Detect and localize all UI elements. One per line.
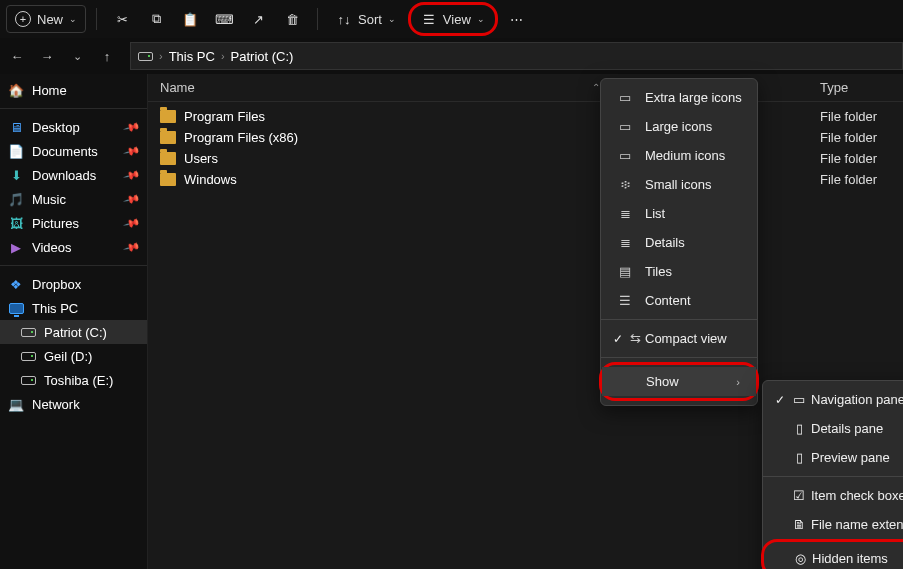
sidebar-item-label: Downloads: [32, 168, 96, 183]
paste-button[interactable]: 📋: [175, 6, 205, 32]
separator: [601, 357, 757, 358]
breadcrumb[interactable]: › This PC › Patriot (C:): [130, 42, 903, 70]
column-header-name[interactable]: Name ⌃: [160, 80, 600, 95]
copy-button[interactable]: ⧉: [141, 6, 171, 32]
cut-button[interactable]: ✂: [107, 6, 137, 32]
copy-icon: ⧉: [148, 11, 164, 27]
sidebar-drive[interactable]: Geil (D:): [0, 344, 147, 368]
layout-icon: ▭: [617, 148, 633, 163]
pin-icon: 📌: [123, 214, 142, 232]
breadcrumb-item[interactable]: This PC: [169, 49, 215, 64]
view-menu-item[interactable]: ≣List: [601, 199, 757, 228]
sidebar-this-pc[interactable]: This PC: [0, 296, 147, 320]
sidebar-home[interactable]: 🏠 Home: [0, 78, 147, 102]
file-list: Name ⌃ te modified Type Program Files9/2…: [148, 74, 903, 569]
rename-button[interactable]: ⌨: [209, 6, 239, 32]
sidebar-item-desktop[interactable]: 🖥Desktop📌: [0, 115, 147, 139]
show-menu-item[interactable]: ▯Details pane: [763, 414, 903, 443]
table-row[interactable]: Users17/2023 6:18 PMFile folder: [148, 148, 903, 169]
show-menu-item[interactable]: ✓▭Navigation pane: [763, 385, 903, 414]
pane-icon: ▯: [791, 421, 807, 436]
table-row[interactable]: Windows27/2023 10:12 PMFile folder: [148, 169, 903, 190]
sidebar-item-label: Dropbox: [32, 277, 81, 292]
table-row[interactable]: Program Files (x86)9/2023 5:42 PMFile fo…: [148, 127, 903, 148]
option-icon: ◎: [792, 551, 808, 566]
show-menu-item[interactable]: 🗎File name extensions: [763, 510, 903, 539]
sidebar-item-downloads[interactable]: ⬇Downloads📌: [0, 163, 147, 187]
show-menu-item[interactable]: ▯Preview pane: [763, 443, 903, 472]
delete-button[interactable]: 🗑: [277, 6, 307, 32]
view-menu-item[interactable]: ▭Extra large icons: [601, 83, 757, 112]
view-menu: ▭Extra large icons▭Large icons▭Medium ic…: [600, 78, 758, 406]
dropbox-icon: ❖: [8, 276, 24, 292]
column-header-type[interactable]: Type: [820, 80, 891, 95]
menu-item-label: Navigation pane: [811, 392, 903, 407]
separator: [0, 108, 147, 109]
drive-icon: [20, 324, 36, 340]
sidebar-item-pictures[interactable]: 🖼Pictures📌: [0, 211, 147, 235]
recent-button[interactable]: ⌄: [64, 43, 90, 69]
file-name: Users: [184, 151, 218, 166]
share-icon: ↗: [250, 11, 266, 27]
share-button[interactable]: ↗: [243, 6, 273, 32]
new-button[interactable]: + New ⌄: [6, 5, 86, 33]
menu-item-label: Tiles: [645, 264, 672, 279]
folder-icon: [160, 152, 176, 165]
menu-item-label: File name extensions: [811, 517, 903, 532]
view-menu-item[interactable]: ☰Content: [601, 286, 757, 315]
sidebar-item-label: Geil (D:): [44, 349, 92, 364]
pin-icon: 📌: [123, 238, 142, 256]
forward-button[interactable]: →: [34, 43, 60, 69]
folder-icon: [160, 131, 176, 144]
sort-button[interactable]: ↑↓ Sort ⌄: [328, 6, 404, 32]
file-type: File folder: [820, 109, 891, 124]
view-menu-item[interactable]: ▭Medium icons: [601, 141, 757, 170]
up-button[interactable]: ↑: [94, 43, 120, 69]
show-menu-item[interactable]: ☑Item check boxes: [763, 481, 903, 510]
view-menu-item[interactable]: ፨Small icons: [601, 170, 757, 199]
drive-icon: [137, 48, 153, 64]
file-type: File folder: [820, 151, 891, 166]
more-button[interactable]: ⋯: [502, 6, 532, 32]
breadcrumb-item[interactable]: Patriot (C:): [231, 49, 294, 64]
check-icon: ✓: [775, 393, 785, 407]
sidebar-item-videos[interactable]: ▶Videos📌: [0, 235, 147, 259]
back-button[interactable]: ←: [4, 43, 30, 69]
folder-icon: [160, 110, 176, 123]
plus-icon: +: [15, 11, 31, 27]
sidebar-item-music[interactable]: 🎵Music📌: [0, 187, 147, 211]
view-menu-item[interactable]: ▭Large icons: [601, 112, 757, 141]
view-button[interactable]: ☰ View ⌄: [413, 6, 493, 32]
sidebar-item-label: Music: [32, 192, 66, 207]
sidebar-drive[interactable]: Toshiba (E:): [0, 368, 147, 392]
menu-item-label: Preview pane: [811, 450, 890, 465]
layout-icon: ☰: [617, 293, 633, 308]
sidebar-item-label: Home: [32, 83, 67, 98]
view-menu-compact[interactable]: ✓ ⇆ Compact view: [601, 324, 757, 353]
show-menu-item[interactable]: ◎Hidden items: [764, 544, 903, 569]
menu-item-label: Compact view: [645, 331, 727, 346]
table-row[interactable]: Program Files9/2023 5:51 PMFile folder: [148, 106, 903, 127]
column-headers: Name ⌃ te modified Type: [148, 74, 903, 102]
sort-icon: ↑↓: [336, 11, 352, 27]
cut-icon: ✂: [114, 11, 130, 27]
menu-item-label: Details pane: [811, 421, 883, 436]
view-menu-item[interactable]: ≣Details: [601, 228, 757, 257]
separator: [0, 265, 147, 266]
new-label: New: [37, 12, 63, 27]
sidebar-dropbox[interactable]: ❖ Dropbox: [0, 272, 147, 296]
separator: [601, 319, 757, 320]
file-name: Windows: [184, 172, 237, 187]
sidebar-item-label: Patriot (C:): [44, 325, 107, 340]
sort-indicator-icon: ⌃: [592, 82, 600, 93]
view-label: View: [443, 12, 471, 27]
toolbar: + New ⌄ ✂ ⧉ 📋 ⌨ ↗ 🗑 ↑↓ Sort ⌄ ☰ View ⌄ ⋯: [0, 0, 903, 38]
chevron-down-icon: ⌄: [388, 14, 396, 24]
sidebar-item-documents[interactable]: 📄Documents📌: [0, 139, 147, 163]
menu-item-label: Content: [645, 293, 691, 308]
sidebar-drive[interactable]: Patriot (C:): [0, 320, 147, 344]
view-menu-item[interactable]: ▤Tiles: [601, 257, 757, 286]
music-icon: 🎵: [8, 191, 24, 207]
view-menu-show[interactable]: Show ›: [602, 367, 756, 396]
sidebar-network[interactable]: 💻 Network: [0, 392, 147, 416]
